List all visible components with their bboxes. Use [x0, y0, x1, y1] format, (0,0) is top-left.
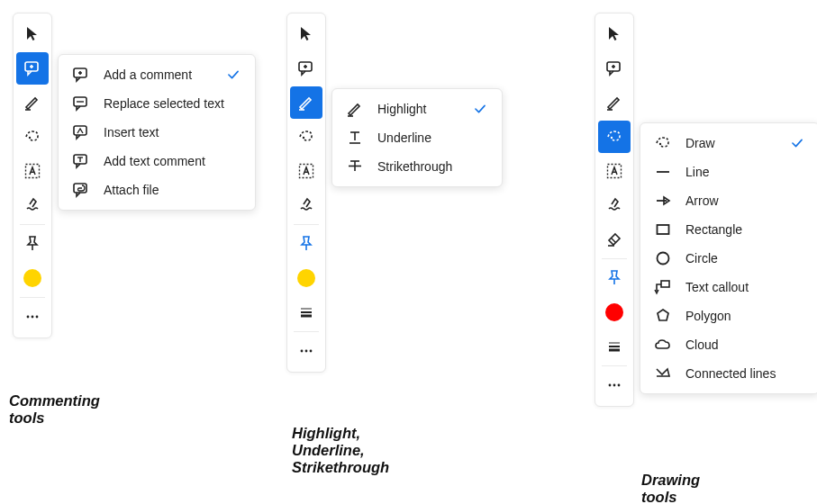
toolbar-divider: [602, 365, 627, 366]
rectangle-icon: [653, 220, 673, 239]
add-comment-tool[interactable]: [16, 52, 49, 85]
menu-highlight[interactable]: Highlight: [336, 94, 498, 123]
more-tools[interactable]: [16, 301, 49, 333]
commenting-caption: Commenting tools: [9, 392, 100, 427]
menu-label: Draw: [685, 136, 770, 150]
underline-icon: [345, 128, 365, 148]
more-tools[interactable]: [598, 369, 631, 401]
check-icon: [473, 102, 487, 116]
text-box-tool[interactable]: [598, 155, 631, 187]
menu-label: Text callout: [685, 280, 804, 294]
drawing-caption: Drawing tools: [641, 472, 700, 504]
menu-attach-file[interactable]: Attach file: [62, 176, 251, 204]
menu-underline[interactable]: Underline: [336, 123, 498, 152]
select-tool[interactable]: [598, 18, 631, 50]
highlight-tool[interactable]: [290, 86, 322, 119]
commenting-panel: Add a comment Replace selected text Inse…: [13, 13, 52, 338]
commenting-toolbar: [13, 13, 52, 338]
menu-arrow[interactable]: Arrow: [644, 186, 815, 215]
eraser-tool[interactable]: [598, 223, 631, 256]
menu-label: Highlight: [377, 102, 453, 116]
color-picker[interactable]: [598, 296, 631, 328]
toolbar-divider: [294, 331, 319, 332]
insert-text-icon: [71, 122, 91, 142]
circle-icon: [653, 248, 673, 268]
thickness-picker[interactable]: [290, 296, 322, 328]
color-picker[interactable]: [290, 262, 322, 294]
pin-tool[interactable]: [598, 262, 631, 294]
highlight-flyout: Highlight Underline Strikethrough: [331, 88, 503, 187]
menu-circle[interactable]: Circle: [644, 244, 815, 273]
menu-label: Replace selected text: [104, 96, 241, 111]
drawing-toolbar: [595, 13, 634, 407]
menu-strikethrough[interactable]: Strikethrough: [336, 152, 498, 181]
menu-label: Insert text: [104, 125, 241, 140]
menu-label: Add text comment: [104, 154, 241, 168]
stamp-tool[interactable]: [598, 189, 631, 221]
commenting-flyout: Add a comment Replace selected text Inse…: [58, 54, 256, 211]
attach-file-icon: [71, 180, 91, 200]
menu-draw[interactable]: Draw: [644, 129, 815, 158]
menu-label: Rectangle: [685, 222, 804, 237]
menu-label: Connected lines: [685, 366, 804, 381]
menu-connected-lines[interactable]: Connected lines: [644, 359, 815, 388]
pin-tool[interactable]: [290, 228, 322, 260]
menu-rectangle[interactable]: Rectangle: [644, 215, 815, 244]
menu-label: Underline: [377, 130, 487, 145]
drawing-panel: Draw Line Arrow Rectangle Circle Text ca…: [595, 13, 634, 407]
menu-label: Line: [685, 165, 804, 179]
text-box-tool[interactable]: [16, 155, 49, 187]
select-tool[interactable]: [290, 18, 322, 50]
highlighter-icon: [345, 99, 365, 119]
replace-text-icon: [71, 94, 91, 113]
menu-label: Strikethrough: [377, 159, 487, 174]
check-icon: [226, 68, 241, 82]
check-icon: [790, 136, 804, 150]
polygon-icon: [653, 306, 673, 326]
menu-label: Cloud: [685, 338, 804, 352]
toolbar-divider: [20, 224, 45, 225]
more-tools[interactable]: [290, 335, 322, 367]
thickness-picker[interactable]: [598, 330, 631, 363]
menu-label: Add a comment: [104, 68, 206, 82]
menu-text-callout[interactable]: Text callout: [644, 273, 815, 302]
connected-lines-icon: [653, 364, 673, 383]
stamp-tool[interactable]: [16, 189, 49, 221]
menu-label: Arrow: [685, 194, 804, 208]
strikethrough-icon: [345, 157, 365, 176]
toolbar-divider: [20, 297, 45, 298]
add-text-comment-icon: [71, 151, 91, 171]
add-comment-tool[interactable]: [290, 52, 322, 85]
menu-label: Polygon: [685, 309, 804, 323]
highlight-tool[interactable]: [598, 86, 631, 119]
add-comment-tool[interactable]: [598, 52, 631, 85]
color-picker[interactable]: [16, 262, 49, 294]
menu-label: Circle: [685, 251, 804, 266]
menu-insert-text[interactable]: Insert text: [62, 118, 251, 147]
pin-tool[interactable]: [16, 228, 49, 260]
draw-tool[interactable]: [290, 121, 322, 153]
draw-tool[interactable]: [16, 121, 49, 153]
toolbar-divider: [602, 258, 627, 259]
cloud-icon: [653, 335, 673, 355]
menu-add-text-comment[interactable]: Add text comment: [62, 147, 251, 176]
menu-polygon[interactable]: Polygon: [644, 302, 815, 330]
highlight-toolbar: [286, 13, 326, 373]
line-icon: [653, 162, 673, 182]
select-tool[interactable]: [16, 18, 49, 50]
draw-tool[interactable]: [598, 121, 631, 153]
highlight-panel: Highlight Underline Strikethrough Highli…: [286, 13, 326, 373]
menu-add-comment[interactable]: Add a comment: [62, 60, 251, 89]
text-box-tool[interactable]: [290, 155, 322, 187]
menu-cloud[interactable]: Cloud: [644, 330, 815, 359]
drawing-flyout: Draw Line Arrow Rectangle Circle Text ca…: [640, 122, 817, 394]
text-callout-icon: [653, 277, 673, 297]
comment-add-icon: [71, 65, 91, 85]
toolbar-divider: [294, 224, 319, 225]
highlight-caption: Highlight, Underline, Strikethrough: [292, 425, 389, 476]
menu-replace-text[interactable]: Replace selected text: [62, 89, 251, 118]
stamp-tool[interactable]: [290, 189, 322, 221]
arrow-icon: [653, 191, 673, 211]
menu-line[interactable]: Line: [644, 158, 815, 186]
highlight-tool[interactable]: [16, 86, 49, 119]
